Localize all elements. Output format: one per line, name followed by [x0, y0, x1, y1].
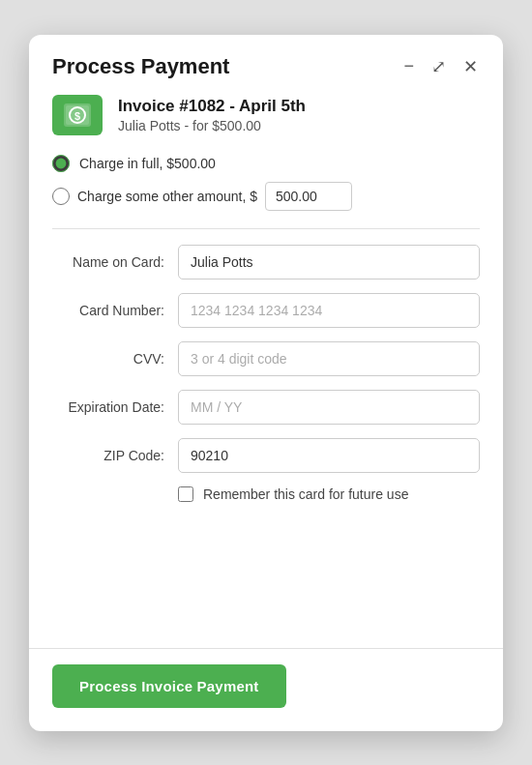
invoice-details: Invoice #1082 - April 5th Julia Potts - … — [118, 97, 306, 133]
header-controls: − ⤢ ✕ — [401, 54, 480, 79]
modal-footer: Process Invoice Payment — [29, 648, 503, 731]
invoice-title: Invoice #1082 - April 5th — [118, 97, 306, 116]
cvv-input[interactable] — [178, 341, 480, 376]
charge-other-label[interactable]: Charge some other amount, $ — [77, 189, 257, 204]
close-icon: ✕ — [463, 56, 478, 77]
modal-title: Process Payment — [52, 54, 229, 79]
card-number-row: Card Number: — [52, 293, 480, 328]
minimize-button[interactable]: − — [401, 54, 416, 78]
expiration-label: Expiration Date: — [52, 399, 178, 415]
expand-icon: ⤢ — [431, 56, 446, 77]
cvv-row: CVV: — [52, 341, 480, 376]
charge-full-radio[interactable] — [52, 155, 70, 172]
modal-body: $ Invoice #1082 - April 5th Julia Potts … — [29, 95, 503, 648]
charge-full-label[interactable]: Charge in full, $500.00 — [79, 156, 216, 171]
charge-options: Charge in full, $500.00 Charge some othe… — [52, 155, 480, 211]
divider — [52, 228, 480, 229]
expiration-input[interactable] — [178, 390, 480, 425]
remember-card-row: Remember this card for future use — [52, 486, 480, 502]
invoice-subtitle: Julia Potts - for $500.00 — [118, 118, 306, 133]
zip-code-row: ZIP Code: — [52, 438, 480, 473]
name-input[interactable] — [178, 245, 480, 280]
close-button[interactable]: ✕ — [461, 54, 480, 79]
name-label: Name on Card: — [52, 254, 178, 270]
process-invoice-payment-button[interactable]: Process Invoice Payment — [52, 664, 286, 708]
charge-other-option: Charge some other amount, $ — [52, 182, 480, 211]
remember-card-checkbox[interactable] — [178, 486, 193, 502]
zip-label: ZIP Code: — [52, 448, 178, 463]
invoice-icon: $ — [52, 95, 103, 135]
charge-full-option: Charge in full, $500.00 — [52, 155, 480, 172]
invoice-info: $ Invoice #1082 - April 5th Julia Potts … — [52, 95, 480, 135]
card-number-input[interactable] — [178, 293, 480, 328]
expand-button[interactable]: ⤢ — [429, 54, 448, 79]
svg-text:$: $ — [74, 110, 80, 122]
minimize-icon: − — [403, 56, 414, 76]
invoice-svg-icon: $ — [62, 102, 93, 129]
expiration-date-row: Expiration Date: — [52, 390, 480, 425]
zip-input[interactable] — [178, 438, 480, 473]
remember-card-label[interactable]: Remember this card for future use — [203, 486, 408, 502]
card-number-label: Card Number: — [52, 303, 178, 318]
name-on-card-row: Name on Card: — [52, 245, 480, 280]
charge-other-radio[interactable] — [52, 188, 70, 205]
other-amount-input[interactable] — [265, 182, 352, 211]
process-payment-modal: Process Payment − ⤢ ✕ $ — [29, 35, 503, 731]
cvv-label: CVV: — [52, 351, 178, 367]
modal-header: Process Payment − ⤢ ✕ — [29, 35, 503, 95]
